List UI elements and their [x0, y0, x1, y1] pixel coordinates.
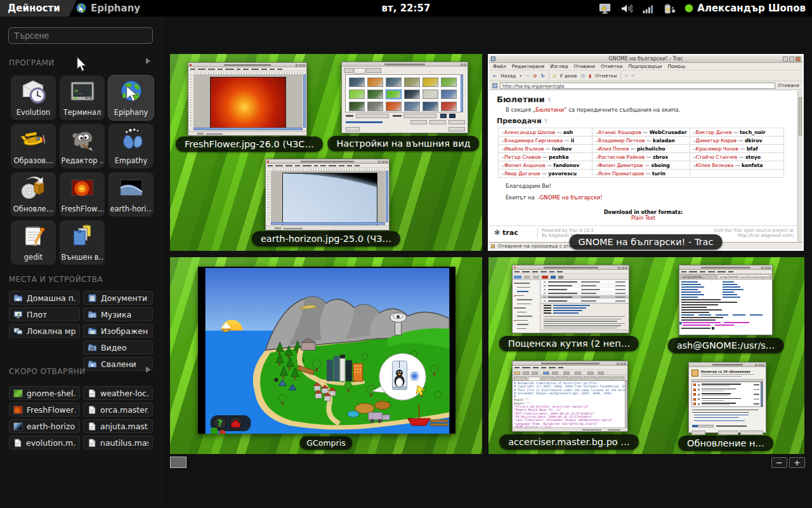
app-tile-label: Empathy: [115, 156, 147, 165]
page-heading: Бюлетини ¶: [497, 95, 790, 104]
activities-button[interactable]: Дейности: [0, 0, 77, 17]
workspace-3[interactable]: ? GCompris: [170, 257, 482, 454]
display-icon[interactable]: [599, 3, 611, 15]
window-epiphany-trac[interactable]: GNOME на български! - Trac ФайлРедактира…: [488, 54, 804, 251]
list-item-label: Плот: [27, 310, 47, 319]
wallpaper-thumbnail[interactable]: [422, 90, 438, 99]
list-item-weather-loc-[interactable]: weather-loc…: [83, 386, 153, 400]
workspace-view-toggle[interactable]: [170, 457, 187, 468]
list-item-локална-мр-[interactable]: Локална мр…: [9, 324, 80, 338]
table-row: →Явор Доганов — yavorescu→Ясен Праматаро…: [499, 170, 784, 178]
app-tile-външен-в-[interactable]: Външен в…: [60, 220, 105, 265]
wallpaper-thumbnail[interactable]: [367, 102, 383, 111]
app-tile-earth-hori-[interactable]: earth-hori…: [108, 172, 154, 217]
scrollbar[interactable]: [797, 91, 802, 242]
search-input[interactable]: [8, 27, 153, 44]
list-item-nautilus-mas-[interactable]: nautilus.mas…: [83, 436, 153, 450]
wallpaper-thumbnail[interactable]: [386, 90, 402, 99]
gedit-tab[interactable]: [570, 377, 582, 380]
terminal-tab[interactable]: ash@GNOME:…: [681, 274, 716, 279]
wallpaper-thumbnail[interactable]: [367, 90, 383, 99]
list-item-музика[interactable]: ♪Музика: [83, 307, 153, 321]
wallpaper-thumbnail[interactable]: [386, 77, 402, 87]
app-tile-обновле-[interactable]: Обновле…: [11, 172, 56, 217]
window-appearance-settings[interactable]: [341, 62, 468, 133]
plain-text-link: Plain Text: [631, 215, 655, 221]
app-tile-freshflow-[interactable]: FreshFlow…: [60, 172, 105, 217]
gedit-tab[interactable]: [514, 377, 527, 380]
wallpaper-thumbnail[interactable]: [349, 77, 365, 87]
network-icon: [13, 326, 23, 336]
signal-icon[interactable]: [642, 3, 654, 15]
wallpaper-thumbnail[interactable]: [367, 77, 383, 87]
list-item-freshflower-[interactable]: FreshFlower…: [9, 403, 80, 417]
window-label: Пощенска кутия (2 неп…: [499, 336, 639, 351]
battery-icon[interactable]: [664, 3, 676, 15]
wallpaper-thumbnail[interactable]: [349, 90, 365, 99]
gedit-tab[interactable]: [542, 377, 554, 380]
app-tile-терминал[interactable]: >_Терминал: [60, 76, 105, 120]
window-gimp-earth[interactable]: [265, 159, 390, 231]
list-item-evolution-m-[interactable]: evolution.m…: [9, 436, 80, 450]
list-item-изображен-[interactable]: Изображен…: [83, 324, 153, 338]
wallpaper-thumbnail[interactable]: [422, 102, 438, 111]
list-item-gnome-shel-[interactable]: gnome-shel…: [9, 386, 80, 400]
window-terminal[interactable]: ash@GNOME:… ash@GNOME:/usr/share/backgro…: [679, 265, 773, 335]
add-workspace-button[interactable]: +: [789, 457, 805, 468]
workspace-1[interactable]: FreshFlower.jpg-26.0 (ЧЗС… Настройки на …: [170, 54, 482, 251]
user-menu[interactable]: Александър Шопов: [697, 3, 806, 14]
wallpaper-thumbnail[interactable]: [441, 102, 457, 111]
evolution-icon: [20, 78, 47, 105]
window-gcompris[interactable]: ?: [198, 267, 455, 434]
app-tile-epiphany[interactable]: Epiphany: [108, 76, 154, 120]
window-evolution[interactable]: [512, 265, 629, 333]
window-gimp-freshflower[interactable]: [188, 62, 307, 136]
wallpaper-thumbnail[interactable]: [404, 77, 420, 87]
wallpaper-thumbnail[interactable]: [441, 77, 457, 87]
list-item-домашна-п-[interactable]: Домашна п…: [9, 291, 80, 305]
list-item-видео[interactable]: Видео: [83, 340, 153, 354]
list-item-anjuta-mast-[interactable]: anjuta.mast…: [83, 419, 153, 433]
list-item-label: earth-horizo…: [27, 422, 75, 431]
wallpaper-thumbnail[interactable]: [386, 102, 402, 111]
gedit-tab[interactable]: [598, 377, 610, 380]
programs-expand-icon[interactable]: [146, 58, 150, 64]
workspace-4[interactable]: Пощенска кутия (2 неп… ash@GNOME:… ash@G…: [488, 257, 804, 454]
wallpaper-thumbnail[interactable]: [441, 90, 457, 99]
window-label: GCompris: [299, 436, 352, 450]
app-tile-empathy[interactable]: Empathy: [108, 124, 154, 168]
volume-icon[interactable]: [620, 3, 632, 15]
app-tile-label: Редактор …: [62, 156, 103, 165]
trac-page-content: Бюлетини ¶ В секция „Бюлетини“ са период…: [489, 91, 797, 242]
gedit-tab[interactable]: [584, 377, 596, 380]
recent-expand-icon[interactable]: [146, 366, 150, 373]
folder-music-icon: ♪: [88, 310, 97, 319]
wallpaper-thumbnail[interactable]: [404, 90, 420, 99]
gedit-icon: [20, 223, 47, 250]
gedit-tab[interactable]: [612, 377, 624, 380]
wallpaper-thumbnail[interactable]: [404, 102, 420, 111]
app-tile-evolution[interactable]: Evolution: [11, 76, 56, 120]
list-item-свалени[interactable]: Свалени: [83, 357, 153, 371]
remove-workspace-button[interactable]: −: [771, 457, 787, 468]
gedit-tab[interactable]: [528, 377, 540, 380]
gedit-tab[interactable]: [556, 377, 568, 380]
window-software-update[interactable]: Налични са 39 обновления: [688, 362, 766, 433]
list-item-earth-horizo-[interactable]: earth-horizo…: [9, 419, 80, 433]
list-item-документи[interactable]: Документи: [83, 291, 153, 305]
list-item-плот[interactable]: Плот: [9, 307, 80, 321]
app-tile-gedit[interactable]: gedit: [11, 220, 56, 265]
clock[interactable]: вт, 22:57: [382, 0, 431, 17]
wallpaper-thumbnail[interactable]: [349, 102, 365, 111]
window-gedit[interactable]: # Bulgarian translation of accerciser po…: [512, 361, 628, 432]
wallpaper-thumbnail[interactable]: [422, 77, 438, 87]
terminal-tab-active[interactable]: ash@GNOME:/usr/share/backgrounds/im…: [717, 274, 771, 279]
svg-text:>_: >_: [74, 87, 82, 94]
app-tile-образов-[interactable]: Образов…: [11, 124, 56, 168]
url-bar[interactable]: http://fsa-bg.org/project/gtp Отиване: [489, 81, 802, 90]
app-tile-редактор-[interactable]: Редактор …: [60, 124, 105, 168]
workspace-2[interactable]: GNOME на български! - Trac ФайлРедактира…: [488, 54, 804, 251]
list-item-orca-master-[interactable]: orca.master.…: [83, 403, 153, 417]
app-menu-button[interactable]: Epiphany: [75, 0, 140, 17]
table-row: →Филип Андонов — fandonov→Филип Димитров…: [499, 161, 784, 170]
